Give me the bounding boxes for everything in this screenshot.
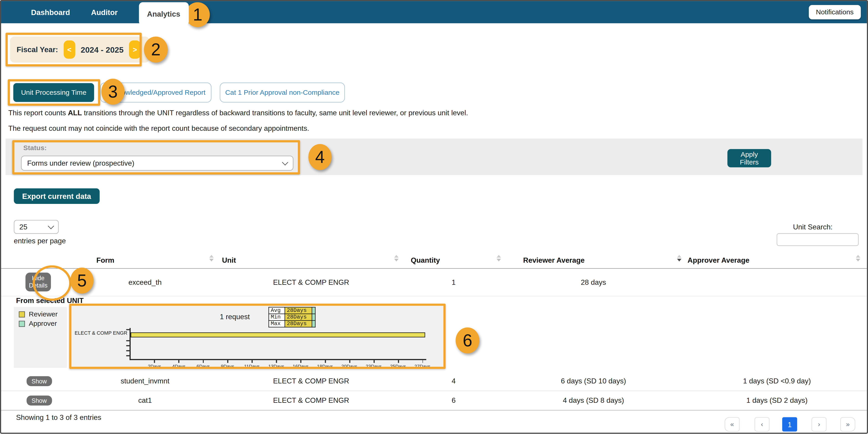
cell-unit: ELECT & COMP ENGR — [217, 278, 405, 286]
tab-analytics[interactable]: Analytics — [138, 2, 188, 26]
main-nav: Dashboard Auditor Analytics — [31, 1, 188, 23]
pagination-first-button[interactable]: « — [724, 417, 740, 432]
stat-row-avg: Avg 28Days — [269, 307, 315, 314]
status-select-value: Forms under review (prospective) — [27, 159, 134, 167]
y-axis-category-label: ELECT & COMP ENGR — [71, 330, 127, 336]
cell-approver-average: 1 days (SD <0.9 day) — [685, 377, 868, 385]
column-header-unit[interactable]: Unit — [217, 252, 405, 268]
pagination-next-button[interactable]: › — [811, 417, 827, 432]
description-line-1: This report counts ALL transitions throu… — [8, 108, 468, 119]
sort-icon[interactable] — [394, 255, 398, 262]
cat1-prior-approval-button[interactable]: Cat 1 Prior Approval non-Compliance — [220, 83, 345, 103]
cell-reviewer-average: 4 days (SD 8 days) — [502, 396, 685, 404]
cell-quantity: 4 — [405, 377, 502, 385]
stat-row-min: Min 28Days — [269, 314, 315, 321]
fiscal-year-next-button[interactable]: > — [129, 40, 141, 59]
column-header-quantity[interactable]: Quantity — [405, 252, 502, 268]
fiscal-year-prev-button[interactable]: < — [63, 40, 75, 59]
cell-unit: ELECT & COMP ENGR — [217, 377, 405, 385]
approver-stat-cell — [312, 321, 315, 327]
processing-time-chart: 1 request Avg 28Days Min 28Days Max 28Da… — [71, 306, 443, 367]
pagination-last-button[interactable]: » — [840, 417, 855, 432]
request-count-label: 1 request — [220, 313, 250, 321]
approver-stat-cell — [312, 307, 315, 314]
screenshot-scaler: Dashboard Auditor Analytics Notification… — [0, 0, 868, 434]
table-row: Show cat1 ELECT & COMP ENGR 6 4 days (SD… — [1, 390, 868, 410]
status-label: Status: — [23, 144, 46, 152]
cell-quantity: 1 — [405, 278, 502, 286]
reviewer-swatch-icon — [19, 311, 25, 317]
annotation-badge-6: 6 — [456, 327, 479, 353]
reviewer-bar — [131, 332, 425, 338]
tab-auditor[interactable]: Auditor — [91, 8, 118, 16]
top-navbar: Dashboard Auditor Analytics Notification… — [1, 1, 867, 23]
entries-per-page-label: entries per page — [14, 236, 66, 245]
approver-swatch-icon — [19, 321, 25, 327]
fiscal-year-label: Fiscal Year: — [17, 45, 58, 54]
unit-search-label: Unit Search: — [793, 223, 833, 231]
sort-desc-icon[interactable] — [677, 255, 681, 262]
stat-row-max: Max 28Days — [269, 321, 315, 327]
report-description: This report counts ALL transitions throu… — [8, 108, 468, 139]
table-header-row: Form Unit Quantity Reviewer Average Appr… — [1, 252, 868, 269]
chevron-down-icon — [282, 159, 288, 165]
show-details-button[interactable]: Show — [27, 395, 52, 405]
unit-search-input[interactable] — [777, 233, 859, 246]
description-line-2: The request count may not coincide with … — [8, 123, 468, 134]
column-header-reviewer-average[interactable]: Reviewer Average — [502, 252, 685, 268]
unit-processing-time-button[interactable]: Unit Processing Time — [13, 83, 94, 102]
table-row: Hide Details exceed_th ELECT & COMP ENGR… — [1, 268, 868, 296]
sort-icon[interactable] — [856, 255, 860, 262]
notifications-button[interactable]: Notifications — [809, 5, 861, 19]
y-axis-tick — [126, 329, 130, 330]
fiscal-year-value: 2024 - 2025 — [81, 45, 124, 54]
column-header-approver-average[interactable]: Approver Average — [685, 252, 868, 268]
apply-filters-button[interactable]: Apply Filters — [727, 149, 771, 167]
fiscal-year-selector: Fiscal Year: < 2024 - 2025 > — [10, 36, 150, 62]
avg-min-max-table: Avg 28Days Min 28Days Max 28Days — [269, 307, 315, 327]
legend-item-approver: Approver — [19, 320, 67, 327]
app-window: Dashboard Auditor Analytics Notification… — [0, 0, 868, 434]
x-axis-tick-labels: 2Days4Days 6Days9Days 11Days13Days 16Day… — [142, 364, 435, 369]
tab-dashboard[interactable]: Dashboard — [31, 8, 70, 16]
cell-form: exceed_th — [73, 278, 217, 286]
cell-reviewer-average: 28 days — [502, 278, 685, 286]
page-size-select[interactable]: 25 — [14, 220, 59, 234]
pagination-prev-button[interactable]: ‹ — [755, 417, 770, 432]
show-details-button[interactable]: Show — [27, 376, 52, 386]
acknowledged-approved-report-button[interactable]: Acknowledged/Approved Report — [100, 83, 212, 103]
detail-panel-title: From selected UNIT — [16, 296, 84, 305]
showing-entries-label: Showing 1 to 3 of 3 entries — [16, 413, 101, 422]
sort-icon[interactable] — [496, 255, 501, 262]
status-select[interactable]: Forms under review (prospective) — [21, 155, 293, 171]
cell-form: student_invmnt — [73, 377, 217, 385]
approver-stat-cell — [312, 314, 315, 321]
pagination-page-1-button[interactable]: 1 — [782, 417, 797, 432]
chevron-down-icon — [48, 223, 54, 229]
table-row: Show student_invmnt ELECT & COMP ENGR 4 … — [1, 371, 868, 391]
column-header-form[interactable]: Form — [73, 252, 217, 268]
cell-quantity: 6 — [405, 396, 502, 404]
cell-unit: ELECT & COMP ENGR — [217, 396, 405, 404]
page-size-value: 25 — [19, 223, 27, 231]
chart-legend: Reviewer Approver — [14, 307, 67, 368]
toggle-column-header — [1, 252, 73, 268]
y-axis-ticks — [126, 340, 130, 358]
sort-icon[interactable] — [209, 255, 214, 262]
x-axis-ticks — [154, 360, 423, 363]
cell-approver-average: 1 days (SD 2 days) — [685, 396, 868, 404]
legend-item-reviewer: Reviewer — [19, 310, 67, 318]
cell-form: cat1 — [73, 396, 217, 404]
cell-reviewer-average: 6 days (SD 10 days) — [502, 377, 685, 385]
export-current-data-button[interactable]: Export current data — [14, 189, 99, 204]
description-bold: ALL — [68, 109, 82, 117]
hide-details-button[interactable]: Hide Details — [26, 272, 51, 292]
